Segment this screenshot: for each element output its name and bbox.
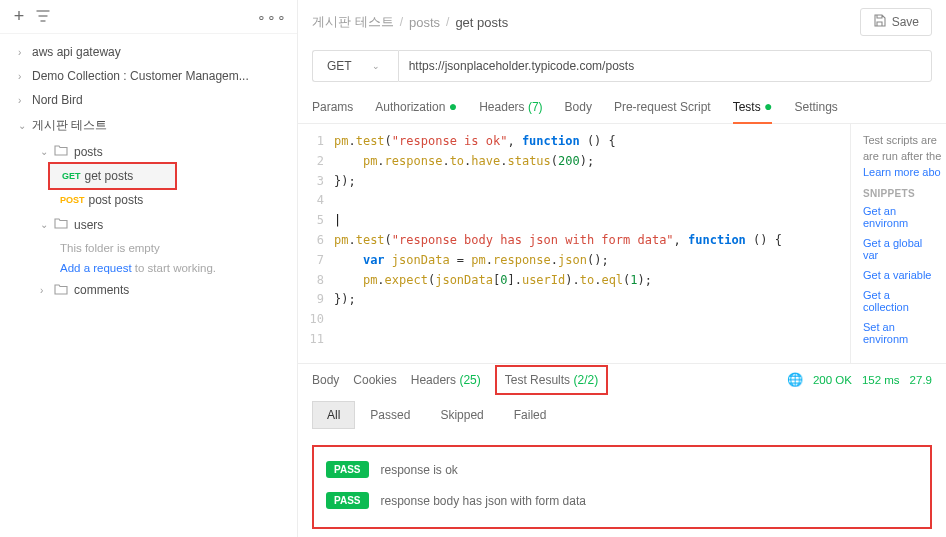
- method-badge-post: POST: [60, 195, 85, 205]
- collection-item[interactable]: ›Demo Collection : Customer Managem...: [0, 64, 297, 88]
- tab-params[interactable]: Params: [312, 92, 353, 123]
- rtab-cookies[interactable]: Cookies: [353, 373, 396, 387]
- chevron-right-icon: ›: [18, 47, 32, 58]
- filter-passed[interactable]: Passed: [355, 401, 425, 429]
- sidebar: + ∘∘∘ ›aws api gateway ›Demo Collection …: [0, 0, 298, 537]
- save-icon: [873, 14, 886, 30]
- method-badge-get: GET: [62, 171, 81, 181]
- test-result-row: PASS response body has json with form da…: [326, 492, 918, 509]
- url-input[interactable]: [398, 50, 932, 82]
- chevron-down-icon: ⌄: [18, 120, 32, 131]
- chevron-right-icon: ›: [40, 285, 54, 296]
- chevron-down-icon: ⌄: [40, 146, 54, 157]
- folder-icon: [54, 283, 68, 298]
- response-status: 🌐 200 OK 152 ms 27.9: [787, 372, 932, 387]
- new-icon[interactable]: +: [10, 6, 28, 27]
- snippet-link[interactable]: Get an environm: [863, 205, 938, 229]
- breadcrumb-segment[interactable]: posts: [409, 15, 440, 30]
- collection-tree: ›aws api gateway ›Demo Collection : Cust…: [0, 34, 297, 309]
- rtab-test-results[interactable]: Test Results (2/2): [495, 365, 608, 395]
- result-filters: All Passed Skipped Failed: [298, 395, 946, 435]
- snippet-link[interactable]: Get a global var: [863, 237, 938, 261]
- snippet-link[interactable]: Set an environm: [863, 321, 938, 345]
- tab-prerequest[interactable]: Pre-request Script: [614, 92, 711, 123]
- snippet-link[interactable]: Get a variable: [863, 269, 938, 281]
- breadcrumb-segment[interactable]: get posts: [455, 15, 508, 30]
- folder-icon: [54, 144, 68, 159]
- pass-badge: PASS: [326, 492, 369, 509]
- chevron-down-icon: ⌄: [40, 219, 54, 230]
- folder-item[interactable]: ⌄users: [0, 212, 297, 237]
- status-code: 200 OK: [813, 374, 852, 386]
- test-result-text: response is ok: [381, 463, 458, 477]
- add-request-link[interactable]: Add a request: [60, 262, 132, 274]
- chevron-down-icon: ⌄: [372, 61, 380, 71]
- empty-folder-message: This folder is empty: [0, 239, 297, 257]
- save-button[interactable]: Save: [860, 8, 932, 36]
- globe-icon[interactable]: 🌐: [787, 372, 803, 387]
- folder-item[interactable]: ⌄posts: [0, 139, 297, 164]
- tab-tests[interactable]: Tests ●: [733, 92, 773, 124]
- tab-headers[interactable]: Headers (7): [479, 92, 542, 123]
- test-result-row: PASS response is ok: [326, 461, 918, 478]
- request-item-post-posts[interactable]: POSTpost posts: [0, 188, 297, 212]
- request-url-bar: GET ⌄: [298, 44, 946, 92]
- tab-settings[interactable]: Settings: [794, 92, 837, 123]
- folder-item[interactable]: ›comments: [0, 278, 297, 303]
- add-request-hint: Add a request to start working.: [0, 259, 297, 277]
- chevron-right-icon: ›: [18, 95, 32, 106]
- collection-item[interactable]: ›Nord Bird: [0, 88, 297, 112]
- code-editor[interactable]: 1pm.test("response is ok", function () {…: [298, 124, 850, 363]
- rtab-headers[interactable]: Headers (25): [411, 373, 481, 387]
- folder-icon: [54, 217, 68, 232]
- status-dot-icon: ●: [449, 98, 457, 114]
- response-size: 27.9: [910, 374, 932, 386]
- response-tabs: Body Cookies Headers (25) Test Results (…: [298, 364, 946, 395]
- request-item-get-posts[interactable]: GETget posts: [50, 164, 175, 188]
- filter-icon[interactable]: [36, 9, 50, 25]
- filter-all[interactable]: All: [312, 401, 355, 429]
- request-tabs: Params Authorization ● Headers (7) Body …: [298, 92, 946, 124]
- test-result-text: response body has json with form data: [381, 494, 586, 508]
- breadcrumb: 게시판 테스트 / posts / get posts Save: [298, 0, 946, 44]
- filter-skipped[interactable]: Skipped: [425, 401, 498, 429]
- filter-failed[interactable]: Failed: [499, 401, 562, 429]
- chevron-right-icon: ›: [18, 71, 32, 82]
- breadcrumb-segment[interactable]: 게시판 테스트: [312, 13, 394, 31]
- tab-authorization[interactable]: Authorization ●: [375, 92, 457, 123]
- pass-badge: PASS: [326, 461, 369, 478]
- tab-body[interactable]: Body: [565, 92, 592, 123]
- rtab-body[interactable]: Body: [312, 373, 339, 387]
- main-panel: 게시판 테스트 / posts / get posts Save GET ⌄ P…: [298, 0, 946, 537]
- status-dot-icon: ●: [764, 98, 772, 114]
- collection-item[interactable]: ⌄게시판 테스트: [0, 112, 297, 139]
- test-results-list: PASS response is ok PASS response body h…: [312, 445, 932, 529]
- response-time: 152 ms: [862, 374, 900, 386]
- learn-more-link[interactable]: Learn more abo: [863, 166, 938, 178]
- more-icon[interactable]: ∘∘∘: [257, 9, 287, 25]
- collection-item[interactable]: ›aws api gateway: [0, 40, 297, 64]
- method-select[interactable]: GET ⌄: [312, 50, 398, 82]
- sidebar-toolbar: + ∘∘∘: [0, 0, 297, 34]
- snippet-link[interactable]: Get a collection: [863, 289, 938, 313]
- snippets-panel: Test scripts are are run after the Learn…: [850, 124, 946, 363]
